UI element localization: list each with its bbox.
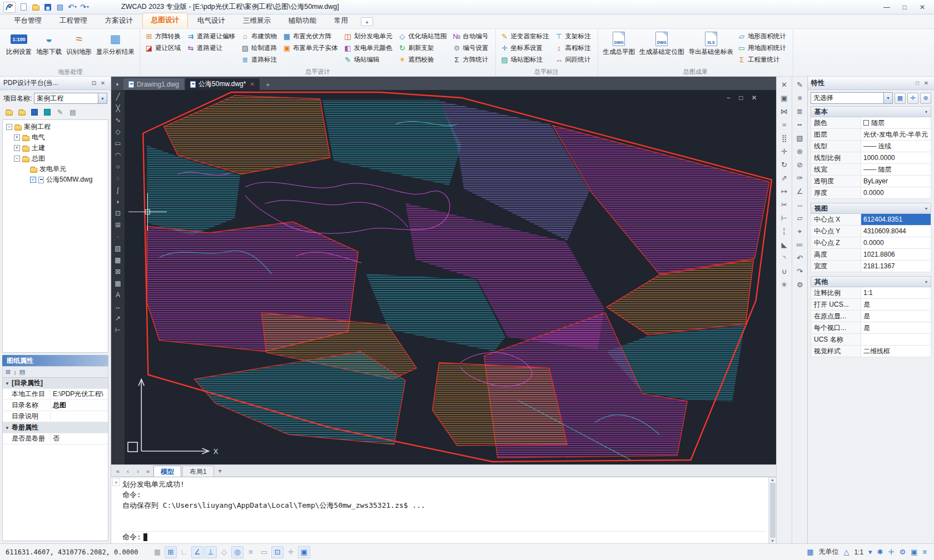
scroll-thumb[interactable] bbox=[770, 483, 776, 538]
redo-button[interactable]: ↷▾ bbox=[79, 2, 90, 13]
hatch-tool-button[interactable]: ▨ bbox=[112, 243, 123, 254]
fillet-button[interactable]: ◝ bbox=[778, 252, 791, 264]
maximize-button[interactable]: □ bbox=[896, 2, 913, 13]
expand-node-icon[interactable]: + bbox=[14, 145, 20, 151]
annotation-visibility-icon[interactable]: ✱ bbox=[876, 548, 885, 556]
ribbon-tab-8[interactable]: 常用 bbox=[326, 14, 356, 28]
properties-close-icon[interactable]: ✕ bbox=[922, 79, 931, 88]
leader-tool-button[interactable]: ↗ bbox=[112, 313, 123, 324]
road-label-button[interactable]: ≣道路标注 bbox=[239, 54, 279, 66]
section-header-view[interactable]: 视图▾ bbox=[811, 203, 931, 214]
station-edit-button[interactable]: ✎场站编辑 bbox=[342, 54, 395, 66]
generate-plan-button[interactable]: DWG生成总平图 bbox=[601, 31, 638, 57]
elevation-label-button[interactable]: ↕高程标注 bbox=[553, 42, 593, 54]
undo2-button[interactable]: ↶ bbox=[793, 252, 807, 264]
inverter-label-button[interactable]: ✎逆变器室标注 bbox=[499, 31, 552, 42]
property-value[interactable]: 是 bbox=[861, 311, 931, 322]
property-value[interactable]: 612404.8351 bbox=[861, 214, 931, 225]
open-project-button[interactable] bbox=[3, 107, 14, 117]
property-value[interactable]: 是 bbox=[861, 299, 931, 310]
angle-button[interactable]: ∠ bbox=[793, 185, 807, 198]
command-prompt[interactable]: 命令: bbox=[122, 531, 766, 542]
linetype-button[interactable]: ╍ bbox=[793, 118, 807, 131]
dock-icon[interactable]: □ bbox=[913, 79, 922, 88]
property-value[interactable]: 否 bbox=[51, 434, 108, 443]
redo2-button[interactable]: ↷ bbox=[793, 265, 807, 278]
move-button[interactable]: ✛ bbox=[778, 145, 791, 158]
collapse-node-icon[interactable]: − bbox=[14, 156, 20, 162]
quantity-stats-button[interactable]: Σ工程量统计 bbox=[736, 54, 788, 66]
property-value[interactable]: 1000.0000 bbox=[861, 152, 931, 163]
make-block-button[interactable]: ⊞ bbox=[112, 219, 123, 231]
ribbon-tab-1[interactable]: 平台管理 bbox=[6, 14, 50, 28]
divide-power-unit-button[interactable]: ◫划分发电单元 bbox=[342, 31, 395, 42]
document-tab[interactable]: 公海50mw.dwg*✕ bbox=[185, 78, 260, 90]
ribbon-tab-6[interactable]: 三维展示 bbox=[235, 14, 279, 28]
terrain-area-stats-button[interactable]: ▱地形面积统计 bbox=[736, 31, 788, 42]
property-value[interactable]: 光伏-发电单元-半单元 bbox=[861, 129, 931, 140]
coord-system-button[interactable]: ✛坐标系设置 bbox=[499, 42, 552, 54]
command-window[interactable]: ✕ 划分发电单元成功!命令:自动保存到 C:\Users\liuyang\App… bbox=[111, 477, 776, 543]
road-avoid-button[interactable]: ⇆道路避让 bbox=[185, 42, 237, 54]
property-value[interactable] bbox=[861, 334, 931, 345]
checkbox-icon[interactable]: ✓ bbox=[30, 177, 36, 183]
ribbon-tab-5[interactable]: 电气设计 bbox=[189, 14, 234, 28]
page-icon[interactable]: ▤ bbox=[19, 368, 25, 376]
id-point-button[interactable]: ⌖ bbox=[793, 225, 807, 238]
area-button[interactable]: ▱ bbox=[793, 212, 807, 224]
transparency-icon[interactable]: ▭ bbox=[258, 546, 270, 558]
grid-icon[interactable]: ⊞ bbox=[165, 546, 177, 558]
ribbon-tab-7[interactable]: 辅助功能 bbox=[280, 14, 325, 28]
number-settings-button[interactable]: ⚙编号设置 bbox=[451, 42, 491, 54]
osnap-icon[interactable]: ⊥ bbox=[205, 546, 217, 558]
property-value[interactable]: E:\PDP光伏工程\ bbox=[51, 389, 108, 399]
place-unit-entity-button[interactable]: ▣布置单元子实体 bbox=[281, 42, 340, 54]
selection-dropdown[interactable]: 无选择 ▾ bbox=[811, 92, 893, 104]
terrain-recognize-button[interactable]: ≈识别地形 bbox=[64, 31, 94, 57]
undo-button[interactable]: ↶▾ bbox=[67, 2, 78, 13]
array-stats-button[interactable]: Σ方阵统计 bbox=[451, 54, 491, 66]
measure-tool-button[interactable]: ⊢ bbox=[112, 324, 123, 336]
spacing-stats-button[interactable]: ↔间距统计 bbox=[553, 54, 593, 66]
chamfer-button[interactable]: ◣ bbox=[778, 238, 791, 251]
lineweight-icon[interactable]: ≡ bbox=[245, 546, 257, 558]
document-tab[interactable]: Drawing1.dwg bbox=[123, 78, 184, 90]
layout-nav-arrow-1[interactable]: « bbox=[113, 468, 122, 474]
offset-button[interactable]: ≈ bbox=[778, 118, 791, 131]
tree-item[interactable]: +电气 bbox=[4, 132, 107, 143]
place-pv-array-button[interactable]: ▦布置光伏方阵 bbox=[281, 31, 340, 42]
station-map-label-button[interactable]: ▤场站图标注 bbox=[499, 54, 552, 66]
property-value[interactable]: 1021.8806 bbox=[861, 249, 931, 260]
draw-road-button[interactable]: ▨绘制道路 bbox=[239, 42, 279, 54]
ribbon-collapse-button[interactable]: ▲ bbox=[361, 17, 373, 26]
rectangle-tool-button[interactable]: ▭ bbox=[112, 138, 123, 149]
toggle-pickadd-icon[interactable]: ⊕ bbox=[920, 93, 931, 104]
import-drawing-button[interactable] bbox=[16, 107, 27, 117]
command-scrollbar[interactable]: ▲ ▼ bbox=[768, 477, 776, 543]
property-value[interactable]: 4310609.8044 bbox=[861, 226, 931, 237]
place-building-button[interactable]: ⌂布建筑物 bbox=[239, 31, 279, 42]
circle-tool-button[interactable]: ○ bbox=[112, 161, 123, 172]
rotate-button[interactable]: ↻ bbox=[778, 158, 791, 171]
color-button[interactable]: ▧ bbox=[793, 132, 807, 144]
join-button[interactable]: ∪ bbox=[778, 265, 791, 278]
tree-item[interactable]: +土建 bbox=[4, 143, 107, 153]
doc-minimize-icon[interactable]: − bbox=[727, 94, 731, 102]
dyn-input-icon[interactable]: ✛ bbox=[285, 546, 297, 558]
units-display[interactable]: 无单位 bbox=[817, 547, 840, 557]
property-value[interactable]: 是 bbox=[861, 322, 931, 333]
doc-restore-icon[interactable]: □ bbox=[739, 94, 743, 102]
stretch-button[interactable]: ↦ bbox=[778, 185, 791, 198]
property-value[interactable]: 1:1 bbox=[861, 287, 931, 298]
ungroup-button[interactable]: ⊘ bbox=[793, 158, 807, 171]
scroll-down-icon[interactable]: ▼ bbox=[771, 539, 774, 543]
close-button[interactable]: ✕ bbox=[914, 2, 931, 13]
auto-annotation-icon[interactable]: ✛ bbox=[887, 548, 896, 556]
gradient-tool-button[interactable]: ▩ bbox=[112, 254, 123, 266]
copy-button[interactable]: ▣ bbox=[778, 92, 791, 104]
tree-item[interactable]: ✓公海50MW.dwg bbox=[4, 174, 107, 185]
minimize-button[interactable]: — bbox=[878, 2, 895, 13]
layout-nav-arrow-4[interactable]: » bbox=[143, 468, 152, 474]
property-value[interactable]: ───随层 bbox=[861, 164, 931, 175]
snap-icon[interactable]: ▦ bbox=[151, 546, 163, 558]
